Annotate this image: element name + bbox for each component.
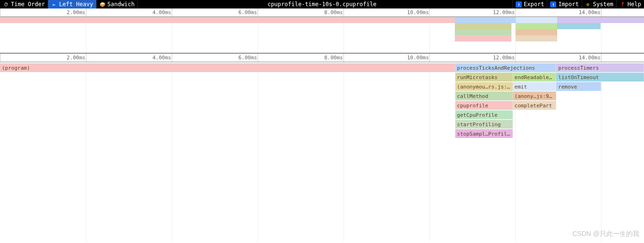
help-button[interactable]: ? Help xyxy=(616,0,644,8)
tab-left-heavy[interactable]: ⇤ Left Heavy xyxy=(48,0,96,8)
flame-frame[interactable]: endReadableNT xyxy=(513,73,557,81)
tab-sandwich[interactable]: 🥪 Sandwich xyxy=(97,0,138,8)
tab-time-order[interactable]: ⏱ Time Order xyxy=(0,0,48,8)
ruler-tick: 14.00ms xyxy=(601,8,602,16)
tick-label: 12.00ms xyxy=(493,9,515,16)
tick-label: 8.00ms xyxy=(324,55,343,61)
ruler-tick: 6.00ms xyxy=(258,54,258,62)
tab-label: Sandwich xyxy=(108,1,135,8)
topbar: ⏱ Time Order ⇤ Left Heavy 🥪 Sandwich cpu… xyxy=(0,0,644,8)
flame-frame[interactable]: remove xyxy=(556,82,601,91)
flame-frame[interactable]: (anony…js:933 xyxy=(513,91,557,100)
tab-label: Left Heavy xyxy=(59,1,93,8)
tick-label: 10.00ms xyxy=(407,9,429,16)
ruler-tick: 14.00ms xyxy=(601,54,602,62)
watermark: CSDN @只此一生的我 xyxy=(572,230,639,238)
button-label: Export xyxy=(524,1,544,8)
button-label: System xyxy=(593,1,613,8)
import-button[interactable]: ⬆ Import xyxy=(547,0,581,8)
minimap-ruler[interactable]: 2.00ms4.00ms6.00ms8.00ms10.00ms12.00ms14… xyxy=(0,8,644,17)
minimap-band[interactable] xyxy=(455,23,511,29)
help-icon: ? xyxy=(619,1,626,8)
flame-frame[interactable]: runMicrotasks xyxy=(455,73,513,81)
tick-label: 14.00ms xyxy=(579,9,601,16)
flame-frame[interactable]: cpuprofile xyxy=(455,101,513,110)
ruler-tick: 12.00ms xyxy=(515,8,516,16)
minimap-band[interactable] xyxy=(516,17,557,23)
export-button[interactable]: ⬇ Export xyxy=(512,0,547,8)
ruler-tick: 4.00ms xyxy=(172,8,172,16)
ruler-tick: 6.00ms xyxy=(258,8,258,16)
tick-label: 2.00ms xyxy=(67,55,85,61)
tick-label: 4.00ms xyxy=(152,55,171,61)
import-icon: ⬆ xyxy=(550,1,556,8)
clock-icon: ⏱ xyxy=(3,1,9,8)
ruler-tick: 10.00ms xyxy=(429,54,430,62)
flame-frame[interactable]: completePart xyxy=(513,101,557,110)
flame-frame[interactable]: getCpuProfile xyxy=(455,110,513,119)
flame-frame[interactable]: listOnTimeout xyxy=(556,73,644,81)
minimap-band[interactable] xyxy=(455,35,511,41)
tick-label: 14.00ms xyxy=(579,55,601,61)
minimap-band[interactable] xyxy=(516,35,557,41)
flame-graph[interactable]: (program)processTicksAndRejectionsproces… xyxy=(0,62,644,242)
ruler-tick: 4.00ms xyxy=(172,54,172,62)
tick-label: 12.00ms xyxy=(493,55,515,61)
ruler-tick: 8.00ms xyxy=(343,54,344,62)
tick-label: 6.00ms xyxy=(238,9,257,16)
flame-frame[interactable]: processTicksAndRejections xyxy=(455,63,557,72)
left-heavy-icon: ⇤ xyxy=(51,1,57,8)
flame-frame[interactable]: startProfiling xyxy=(455,120,513,129)
ruler-tick xyxy=(0,8,0,16)
flame-frame[interactable]: (program) xyxy=(0,63,455,72)
export-icon: ⬇ xyxy=(516,1,522,8)
sandwich-icon: 🥪 xyxy=(100,1,106,8)
minimap[interactable] xyxy=(0,17,644,54)
tick-label: 10.00ms xyxy=(407,55,429,61)
flame-frame[interactable]: (anonymou…rs.js:92 xyxy=(455,82,513,91)
detail-ruler[interactable]: 2.00ms4.00ms6.00ms8.00ms10.00ms12.00ms14… xyxy=(0,54,644,62)
tick-label: 6.00ms xyxy=(238,55,257,61)
ruler-tick: 2.00ms xyxy=(86,8,86,16)
button-label: Help xyxy=(627,1,641,8)
system-button[interactable]: ⚙ System xyxy=(582,0,616,8)
minimap-band[interactable] xyxy=(516,23,557,29)
ruler-tick: 12.00ms xyxy=(515,54,516,62)
ruler-tick: 8.00ms xyxy=(343,8,344,16)
tab-label: Time Order xyxy=(11,1,45,8)
flame-frame[interactable]: callMethod xyxy=(455,91,513,100)
minimap-band[interactable] xyxy=(0,17,455,23)
tick-label: 2.00ms xyxy=(67,9,85,16)
minimap-band[interactable] xyxy=(455,29,511,35)
tick-label: 4.00ms xyxy=(152,9,171,16)
ruler-tick: 2.00ms xyxy=(86,54,86,62)
flame-frame[interactable]: emit xyxy=(513,82,557,91)
ruler-tick: 10.00ms xyxy=(429,8,430,16)
ruler-tick xyxy=(0,54,0,62)
flame-frame[interactable]: processTimers xyxy=(556,63,644,72)
tick-label: 8.00ms xyxy=(324,9,343,16)
minimap-band[interactable] xyxy=(557,17,644,23)
minimap-band[interactable] xyxy=(557,23,601,29)
gear-icon: ⚙ xyxy=(585,1,591,8)
flame-frame[interactable]: stopSampl…Profilin xyxy=(455,129,513,138)
minimap-band[interactable] xyxy=(516,29,557,35)
button-label: Import xyxy=(558,1,578,8)
topbar-right: ⬇ Export ⬆ Import ⚙ System ? Help xyxy=(512,0,644,8)
